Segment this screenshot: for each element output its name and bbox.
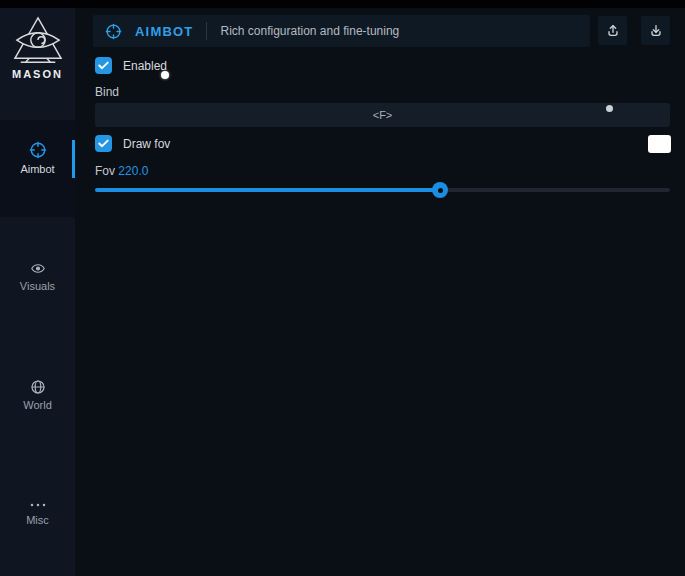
fov-label: Fov 220.0 <box>95 164 148 178</box>
crosshair-icon <box>105 23 122 40</box>
sidebar-item-visuals[interactable]: Visuals <box>0 261 75 292</box>
fov-slider-handle[interactable] <box>432 182 448 198</box>
app-window: MASON Aimbot Visuals <box>0 0 685 576</box>
section-header: AIMBOT Rich configuration and fine-tunin… <box>93 15 590 47</box>
fov-value: 220.0 <box>118 164 148 178</box>
drag-dot <box>606 105 613 112</box>
enabled-row: Enabled <box>95 57 167 74</box>
fov-color-swatch[interactable] <box>648 135 671 153</box>
sidebar: MASON Aimbot Visuals <box>0 8 75 576</box>
fov-slider-fill <box>95 188 440 192</box>
top-strip <box>0 0 685 8</box>
ellipsis-icon <box>0 500 75 510</box>
fov-label-text: Fov <box>95 164 115 178</box>
fov-slider[interactable] <box>95 188 670 192</box>
draw-fov-row: Draw fov <box>95 135 170 152</box>
import-config-button[interactable] <box>641 16 670 45</box>
sidebar-item-label: Visuals <box>0 280 75 292</box>
globe-icon <box>0 379 75 395</box>
sidebar-item-label: Aimbot <box>0 163 75 175</box>
brand-name: MASON <box>0 68 75 80</box>
upload-icon <box>605 23 621 39</box>
draw-fov-label: Draw fov <box>123 137 170 151</box>
bind-value: <F> <box>373 109 393 121</box>
section-subtitle: Rich configuration and fine-tuning <box>220 24 399 38</box>
draw-fov-checkbox[interactable] <box>95 135 112 152</box>
header-divider <box>206 22 207 40</box>
sidebar-item-misc[interactable]: Misc <box>0 500 75 526</box>
cursor-dot <box>161 71 169 79</box>
check-icon <box>98 61 109 70</box>
section-title: AIMBOT <box>135 24 193 39</box>
enabled-checkbox[interactable] <box>95 57 112 74</box>
brand-logo: MASON <box>0 16 75 80</box>
sidebar-item-world[interactable]: World <box>0 379 75 411</box>
bind-input[interactable]: <F> <box>95 103 670 127</box>
sidebar-item-aimbot[interactable]: Aimbot <box>0 141 75 175</box>
bind-label: Bind <box>95 85 119 99</box>
enabled-label: Enabled <box>123 59 167 73</box>
download-icon <box>648 23 664 39</box>
export-config-button[interactable] <box>598 16 627 45</box>
pyramid-eye-icon <box>0 16 75 66</box>
check-icon <box>98 139 109 148</box>
crosshair-icon <box>0 141 75 159</box>
eye-icon <box>0 261 75 276</box>
sidebar-item-label: World <box>0 399 75 411</box>
sidebar-item-label: Misc <box>0 514 75 526</box>
